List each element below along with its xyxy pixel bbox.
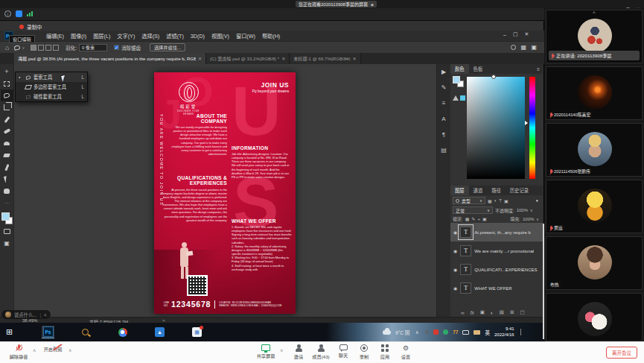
tray-folder-icon[interactable] (474, 330, 480, 335)
color-field-marker[interactable] (491, 75, 496, 79)
move-tool[interactable]: + (1, 66, 13, 78)
eraser-tool[interactable] (1, 149, 13, 161)
tab-close-icon[interactable]: ✕ (198, 56, 202, 61)
leave-meeting-button[interactable]: 离开会议 (606, 347, 637, 359)
start-button[interactable]: ⊞ (3, 326, 16, 338)
hand-tool[interactable] (1, 185, 13, 197)
mic-options-caret[interactable]: ∧ (33, 347, 36, 353)
lock-transparent-icon[interactable]: ▦ (465, 216, 470, 221)
path-select-tool[interactable] (1, 173, 13, 185)
notification-center-icon[interactable] (520, 329, 526, 335)
layer-group-icon[interactable]: ▤ (500, 309, 504, 315)
tray-expand-icon[interactable]: ∧ (414, 329, 420, 335)
filter-adjust-icon[interactable]: ◐ (494, 198, 497, 203)
camera-options-caret[interactable]: ∧ (68, 347, 71, 353)
character-panel-icon[interactable]: A (441, 116, 445, 122)
tab-layers[interactable]: 图层 (450, 186, 469, 195)
meeting-info-icon[interactable]: i (4, 10, 11, 17)
clone-stamp-tool[interactable] (1, 137, 13, 149)
tab-channels[interactable]: 通道 (469, 186, 488, 195)
menu-window[interactable]: 窗口(W) (236, 32, 255, 40)
tray-monitor-icon[interactable] (462, 330, 469, 335)
sidebar-scrollbar[interactable] (543, 224, 544, 339)
taskbar-search[interactable] (79, 326, 92, 338)
participant-tile[interactable]: 2021114506张鹏伟 (546, 123, 643, 177)
share-screen-button[interactable]: 共享屏幕 (253, 344, 278, 359)
unmute-button[interactable]: 解除静音 (6, 344, 31, 360)
layer-visibility-icon[interactable]: ◉ (453, 267, 457, 272)
screen-mode-icon[interactable]: ▣ (1, 237, 13, 249)
tab-swatches[interactable]: 色板 (469, 64, 488, 74)
collapse-sidebar-icon[interactable]: ^ (546, 11, 642, 16)
participant-tile[interactable]: 布热 (546, 236, 643, 290)
layer-visibility-icon[interactable]: ◉ (453, 248, 457, 253)
security-icon[interactable] (16, 10, 22, 17)
flyout-item-lasso[interactable]: ● 套索工具 L (16, 72, 87, 82)
menu-help[interactable]: 帮助(H) (262, 32, 280, 40)
ps-minimize-icon[interactable]: – (503, 32, 506, 37)
new-selection-icon[interactable] (31, 45, 36, 51)
weather-text[interactable]: 9°C 阴 (395, 329, 409, 336)
menu-view[interactable]: 视图(V) (211, 32, 229, 40)
lock-pixels-icon[interactable]: ✎ (471, 216, 475, 221)
tab-history[interactable]: 历史记录 (506, 186, 533, 195)
layer-visibility-icon[interactable]: ◉ (453, 285, 457, 291)
subtract-selection-icon[interactable] (45, 45, 51, 51)
tray-text-icon[interactable]: 77 (453, 329, 458, 335)
layer-row[interactable]: ◉ T We are mainly ...r promotional (450, 242, 543, 260)
filter-pin-icon[interactable]: ● (535, 198, 541, 203)
menu-layer[interactable]: 图层(L) (93, 32, 110, 40)
lasso-option-caret[interactable]: ∨ (22, 45, 25, 50)
participant-tile[interactable]: 2020114140陈美宏 (546, 66, 643, 120)
lasso-option-icon[interactable] (14, 45, 21, 51)
link-layers-icon[interactable]: ∞ (461, 310, 465, 315)
ps-maximize-icon[interactable]: ▢ (513, 31, 518, 37)
menu-edit[interactable]: 编辑(E) (46, 32, 64, 40)
flyout-item-magnetic-lasso[interactable]: 磁性套索工具 L (16, 92, 87, 101)
panel-menu-icon[interactable]: ≡ (537, 66, 540, 72)
taskbar-photoshop[interactable]: Ps (42, 326, 54, 338)
layer-row[interactable]: ◉ T QUALIFICATI...EXPERIENCES (450, 260, 543, 279)
tab-second-psd[interactable]: (C) 宽虎榜.psd @ 33.2%(RGB/8) * ✕ (206, 53, 290, 64)
fill-value[interactable]: 100% (523, 217, 534, 221)
taskbar-app-blue[interactable]: ▲ (153, 326, 166, 338)
eyedropper-tool[interactable] (1, 113, 13, 125)
antialias-checkbox[interactable]: ✓ (114, 45, 119, 50)
layer-row[interactable]: ◉ T WHAT WE OFFER (450, 279, 543, 297)
crop-tool[interactable] (1, 101, 13, 113)
participant-tile[interactable] (546, 293, 643, 341)
foreground-color-swatch[interactable] (1, 212, 10, 221)
tray-green-icon[interactable] (443, 329, 448, 335)
taskbar-clock[interactable]: 9:41 2022/4/16 (494, 326, 514, 338)
layer-mask-icon[interactable]: ▣ (480, 309, 485, 315)
layer-effects-icon[interactable]: fx (471, 310, 474, 315)
hue-slider-marker[interactable] (525, 121, 528, 125)
brush-tool[interactable] (1, 161, 13, 173)
color-swatches[interactable] (1, 212, 13, 225)
taskbar-chrome[interactable] (116, 326, 129, 338)
invite-button[interactable]: 邀请 (286, 344, 311, 360)
start-video-button[interactable]: 开启视频 (40, 344, 66, 353)
blend-mode-dropdown[interactable]: 正常 ∨ (453, 206, 493, 214)
members-button[interactable]: 成员(43) (308, 344, 334, 360)
layer-visibility-icon[interactable]: ◉ (453, 230, 457, 235)
home-icon[interactable]: ⌂ (5, 44, 9, 51)
pin-icon[interactable]: ◆ (371, 2, 374, 7)
tab-paths[interactable]: 路径 (487, 186, 506, 195)
opacity-value[interactable]: 100% (517, 208, 528, 212)
participant-tile-speaker[interactable]: ^ 正在讲话: 2020113908李晨 (546, 10, 643, 63)
new-layer-icon[interactable]: ⊞ (510, 309, 514, 315)
filter-type-icon[interactable]: T (499, 198, 502, 203)
menu-type[interactable]: 文字(Y) (117, 32, 135, 40)
healing-brush-tool[interactable] (1, 125, 13, 137)
arrange-icon[interactable]: ▣ (531, 44, 537, 51)
filter-shape-icon[interactable]: ▣ (504, 198, 508, 203)
filter-pixel-icon[interactable]: ▦ (488, 198, 492, 203)
select-and-mask-button[interactable]: 选择并遮住... (150, 43, 185, 51)
taskbar-app-badged[interactable]: ▦ (191, 326, 203, 338)
libraries-panel-icon[interactable]: ▤ (441, 147, 447, 154)
layer-filter-dropdown[interactable]: 类型 ∨ (453, 197, 485, 204)
actions-panel-icon[interactable]: ▶ (441, 69, 446, 75)
marquee-tool[interactable] (1, 78, 13, 89)
text-layer-thumbnail[interactable]: T (460, 264, 471, 275)
